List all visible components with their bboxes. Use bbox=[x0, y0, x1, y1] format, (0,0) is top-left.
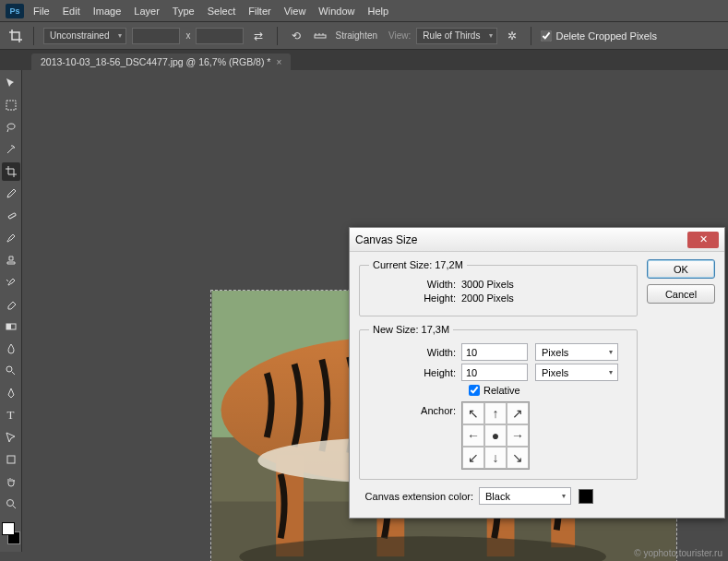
gradient-tool-icon[interactable] bbox=[2, 317, 20, 336]
menu-file[interactable]: File bbox=[33, 6, 50, 17]
current-width-value: 3000 Pixels bbox=[461, 279, 535, 290]
current-width-label: Width: bbox=[369, 279, 461, 290]
current-size-group: Current Size: 17,2M Width: 3000 Pixels H… bbox=[359, 259, 638, 316]
svg-rect-0 bbox=[315, 35, 326, 38]
relative-label: Relative bbox=[483, 385, 520, 396]
menu-edit[interactable]: Edit bbox=[63, 6, 80, 17]
current-height-value: 2000 Pixels bbox=[461, 292, 535, 304]
delete-cropped-input[interactable] bbox=[541, 30, 552, 42]
new-height-input[interactable] bbox=[461, 364, 528, 381]
blur-tool-icon[interactable] bbox=[2, 340, 20, 358]
canvas-size-dialog: Canvas Size ✕ Current Size: 17,2M Width:… bbox=[349, 227, 725, 519]
cancel-button[interactable]: Cancel bbox=[647, 284, 715, 304]
type-tool-icon[interactable]: T bbox=[2, 406, 20, 424]
tool-panel: T bbox=[0, 70, 22, 552]
menu-filter[interactable]: Filter bbox=[248, 6, 270, 17]
menu-window[interactable]: Window bbox=[318, 6, 354, 17]
menu-help[interactable]: Help bbox=[367, 6, 388, 17]
lasso-tool-icon[interactable] bbox=[2, 118, 20, 137]
history-brush-tool-icon[interactable] bbox=[2, 273, 20, 292]
new-width-label: Width: bbox=[369, 347, 461, 358]
zoom-tool-icon[interactable] bbox=[2, 495, 20, 513]
crop-tool-icon bbox=[7, 28, 24, 44]
divider bbox=[277, 27, 278, 45]
x-label: x bbox=[185, 30, 190, 41]
anchor-e[interactable]: → bbox=[507, 424, 529, 447]
color-swatches[interactable] bbox=[2, 522, 20, 544]
anchor-w[interactable]: ← bbox=[462, 424, 484, 447]
menu-view[interactable]: View bbox=[284, 6, 306, 17]
app-logo: Ps bbox=[6, 4, 24, 18]
extension-color-label: Canvas extension color: bbox=[359, 491, 479, 502]
svg-rect-5 bbox=[7, 213, 15, 220]
eraser-tool-icon[interactable] bbox=[2, 295, 20, 314]
refresh-icon[interactable]: ⟲ bbox=[287, 27, 305, 45]
stamp-tool-icon[interactable] bbox=[2, 251, 20, 269]
swap-icon[interactable]: ⇄ bbox=[249, 27, 268, 45]
divider bbox=[531, 27, 531, 45]
pen-tool-icon[interactable] bbox=[2, 384, 20, 402]
anchor-center[interactable]: ● bbox=[484, 424, 507, 447]
watermark: © yophoto.tourister.ru bbox=[634, 548, 722, 558]
svg-rect-9 bbox=[7, 456, 15, 463]
menu-select[interactable]: Select bbox=[208, 6, 236, 17]
extension-color-swatch[interactable] bbox=[579, 489, 593, 504]
current-size-legend: Current Size: 17,2M bbox=[369, 259, 467, 270]
menu-image[interactable]: Image bbox=[93, 6, 122, 17]
path-tool-icon[interactable] bbox=[2, 428, 20, 447]
view-mode-select[interactable]: Rule of Thirds bbox=[416, 28, 497, 44]
anchor-ne[interactable]: ↗ bbox=[507, 402, 529, 424]
document-tab-title: 2013-10-03_18-56_DSC4477.jpg @ 16,7% (RG… bbox=[41, 56, 270, 67]
extension-color-select[interactable]: Black bbox=[479, 487, 571, 505]
dialog-title: Canvas Size bbox=[355, 233, 687, 246]
dialog-title-bar[interactable]: Canvas Size ✕ bbox=[350, 228, 724, 252]
crop-mode-select[interactable]: Unconstrained bbox=[43, 28, 126, 44]
new-size-legend: New Size: 17,3M bbox=[369, 324, 453, 335]
new-width-input[interactable] bbox=[461, 343, 528, 361]
hand-tool-icon[interactable] bbox=[2, 472, 20, 491]
close-icon[interactable]: × bbox=[276, 57, 281, 67]
menu-bar: Ps File Edit Image Layer Type Select Fil… bbox=[0, 0, 728, 22]
view-label: View: bbox=[388, 30, 411, 41]
fg-color-swatch[interactable] bbox=[2, 522, 15, 535]
straighten-icon[interactable] bbox=[311, 27, 329, 45]
menu-type[interactable]: Type bbox=[173, 6, 195, 17]
menu-layer[interactable]: Layer bbox=[134, 6, 160, 17]
dodge-tool-icon[interactable] bbox=[2, 362, 20, 380]
crop-width-input[interactable] bbox=[132, 28, 180, 44]
move-tool-icon[interactable] bbox=[2, 74, 20, 92]
anchor-sw[interactable]: ↙ bbox=[462, 447, 484, 469]
new-height-label: Height: bbox=[369, 367, 461, 378]
wand-tool-icon[interactable] bbox=[2, 140, 20, 159]
gear-icon[interactable]: ✲ bbox=[503, 27, 521, 45]
new-height-unit-select[interactable]: Pixels bbox=[535, 364, 618, 381]
options-bar: Unconstrained x ⇄ ⟲ Straighten View: Rul… bbox=[0, 22, 728, 50]
crop-tool-icon[interactable] bbox=[2, 162, 20, 181]
anchor-nw[interactable]: ↖ bbox=[462, 402, 484, 424]
divider bbox=[33, 27, 34, 45]
anchor-grid[interactable]: ↖ ↑ ↗ ← ● → ↙ ↓ ↘ bbox=[461, 401, 530, 470]
document-tab-bar: 2013-10-03_18-56_DSC4477.jpg @ 16,7% (RG… bbox=[0, 50, 728, 70]
document-tab[interactable]: 2013-10-03_18-56_DSC4477.jpg @ 16,7% (RG… bbox=[31, 54, 291, 70]
heal-tool-icon[interactable] bbox=[2, 207, 20, 225]
relative-checkbox[interactable] bbox=[469, 385, 480, 396]
close-button[interactable]: ✕ bbox=[687, 232, 719, 248]
delete-cropped-checkbox[interactable]: Delete Cropped Pixels bbox=[541, 30, 656, 42]
svg-point-8 bbox=[6, 366, 12, 372]
canvas-region[interactable]: Canvas Size ✕ Current Size: 17,2M Width:… bbox=[22, 70, 728, 561]
svg-rect-7 bbox=[6, 324, 11, 329]
delete-cropped-label: Delete Cropped Pixels bbox=[555, 30, 656, 42]
svg-rect-4 bbox=[6, 101, 16, 110]
anchor-se[interactable]: ↘ bbox=[507, 447, 529, 469]
anchor-s[interactable]: ↓ bbox=[484, 447, 507, 469]
new-width-unit-select[interactable]: Pixels bbox=[535, 343, 618, 361]
brush-tool-icon[interactable] bbox=[2, 229, 20, 247]
marquee-tool-icon[interactable] bbox=[2, 96, 20, 114]
new-size-group: New Size: 17,3M Width: Pixels Height: Pi… bbox=[359, 324, 638, 480]
eyedropper-tool-icon[interactable] bbox=[2, 185, 20, 203]
anchor-n[interactable]: ↑ bbox=[484, 402, 507, 424]
straighten-label: Straighten bbox=[335, 30, 377, 41]
shape-tool-icon[interactable] bbox=[2, 450, 20, 469]
crop-height-input[interactable] bbox=[196, 28, 244, 44]
ok-button[interactable]: OK bbox=[647, 259, 715, 279]
